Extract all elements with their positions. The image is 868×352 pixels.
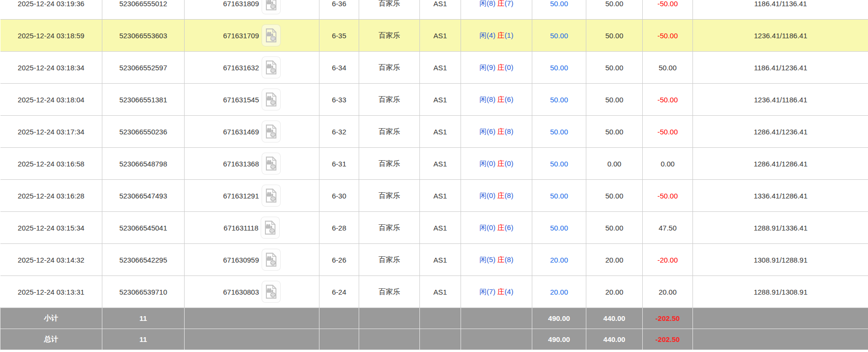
table-row[interactable]: 2025-12-24 03:18:04 523066551381 6716315… (0, 84, 868, 116)
win-loss: -50.00 (658, 32, 678, 40)
banker-score: (1) (505, 31, 513, 39)
bet-history-panel: 2025-12-24 03:19:36 523066555012 6716318… (0, 0, 868, 352)
win-loss: -50.00 (658, 0, 678, 8)
player-result: 闲(5) (480, 255, 495, 264)
video-replay-button[interactable] (262, 88, 281, 110)
video-replay-icon (265, 253, 277, 267)
round-id-group: 671631545 (223, 88, 280, 110)
total-count: 11 (140, 335, 147, 343)
bet-amount-link[interactable]: 50.00 (550, 0, 568, 8)
table-code: AS1 (433, 32, 447, 40)
table-code: AS1 (433, 160, 447, 168)
round-id: 671630803 (223, 288, 259, 296)
player-result: 闲(0) (480, 191, 495, 199)
subtotal-label: 小计 (44, 314, 58, 322)
bet-amount-link[interactable]: 50.00 (550, 160, 568, 168)
banker-label: 庄 (497, 255, 505, 264)
valid-amount: 50.00 (605, 128, 624, 136)
banker-score: (4) (505, 287, 513, 296)
empty-cell (319, 329, 359, 350)
bet-amount-link[interactable]: 50.00 (550, 64, 568, 72)
video-replay-button[interactable] (262, 249, 281, 271)
banker-label: 庄 (497, 31, 505, 39)
round-id-group: 671631709 (223, 24, 280, 46)
bet-time: 2025-12-24 03:18:04 (18, 96, 84, 104)
round-id-group: 671631368 (223, 153, 280, 175)
video-replay-button[interactable] (262, 56, 281, 78)
round-id: 671631809 (223, 0, 259, 8)
table-row[interactable]: 2025-12-24 03:19:36 523066555012 6716318… (0, 0, 868, 20)
table-row[interactable]: 2025-12-24 03:18:34 523066552597 6716316… (0, 52, 868, 84)
video-replay-button[interactable] (262, 281, 281, 303)
bet-amount-link[interactable]: 50.00 (550, 192, 568, 200)
bet-time: 2025-12-24 03:17:34 (18, 128, 84, 136)
table-row[interactable]: 2025-12-24 03:18:59 523066553603 6716317… (0, 20, 868, 52)
game-round: 6-31 (332, 160, 346, 168)
table-row[interactable]: 2025-12-24 03:16:28 523066547493 6716312… (0, 180, 868, 212)
table-code: AS1 (433, 128, 447, 136)
round-id-group: 671630959 (223, 249, 280, 271)
banker-score: (6) (505, 223, 513, 231)
bet-id: 523066550236 (119, 128, 167, 136)
game-type: 百家乐 (379, 255, 400, 264)
banker-label: 庄 (497, 191, 505, 199)
player-result: 闲(0) (480, 159, 495, 167)
game-type: 百家乐 (379, 31, 400, 39)
banker-label: 庄 (497, 223, 505, 231)
empty-cell (185, 308, 319, 329)
bet-time: 2025-12-24 03:18:34 (18, 64, 84, 72)
round-id-group: 671631469 (223, 121, 280, 143)
game-round: 6-33 (332, 96, 346, 104)
game-round: 6-36 (332, 0, 346, 8)
valid-amount: 50.00 (605, 192, 624, 200)
bet-id: 523066542295 (119, 256, 167, 264)
empty-cell (185, 329, 319, 350)
video-replay-icon (265, 188, 277, 203)
video-replay-icon (265, 156, 277, 171)
video-replay-button[interactable] (261, 217, 280, 239)
bet-amount-link[interactable]: 20.00 (550, 288, 568, 296)
win-loss: 0.00 (660, 160, 674, 168)
round-id: 671630959 (223, 256, 259, 264)
empty-cell (359, 308, 420, 329)
game-round: 6-30 (332, 192, 346, 200)
video-replay-button[interactable] (262, 185, 281, 207)
game-round: 6-32 (332, 128, 346, 136)
total-label: 总计 (44, 335, 58, 343)
bet-amount-link[interactable]: 50.00 (550, 224, 568, 232)
balance: 1308.91/1288.91 (754, 256, 808, 264)
valid-amount: 20.00 (605, 288, 624, 296)
video-replay-button[interactable] (262, 121, 281, 143)
table-code: AS1 (433, 288, 447, 296)
video-replay-button[interactable] (262, 0, 281, 14)
win-loss: -50.00 (658, 192, 678, 200)
bet-amount-link[interactable]: 50.00 (550, 128, 568, 136)
bet-amount-link[interactable]: 50.00 (550, 96, 568, 104)
bet-time: 2025-12-24 03:16:58 (18, 160, 84, 168)
player-result: 闲(0) (480, 223, 495, 231)
bet-amount-link[interactable]: 50.00 (550, 32, 568, 40)
round-id: 671631291 (223, 192, 259, 200)
video-replay-button[interactable] (262, 24, 281, 46)
banker-score: (8) (505, 127, 513, 135)
table-row[interactable]: 2025-12-24 03:17:34 523066550236 6716314… (0, 116, 868, 148)
table-row[interactable]: 2025-12-24 03:15:34 523066545041 6716311… (0, 212, 868, 244)
game-type: 百家乐 (379, 95, 400, 103)
table-row[interactable]: 2025-12-24 03:16:58 523066548798 6716313… (0, 148, 868, 180)
video-replay-button[interactable] (262, 153, 281, 175)
table-row[interactable]: 2025-12-24 03:13:31 523066539710 6716308… (0, 276, 868, 308)
table-row[interactable]: 2025-12-24 03:14:32 523066542295 6716309… (0, 244, 868, 276)
round-id: 671631709 (223, 32, 259, 40)
game-round: 6-26 (332, 256, 346, 264)
bet-id: 523066552597 (119, 64, 167, 72)
table-code: AS1 (433, 0, 447, 8)
win-loss: 47.50 (659, 224, 677, 232)
bet-amount-link[interactable]: 20.00 (550, 256, 568, 264)
bet-id: 523066555012 (119, 0, 167, 8)
balance: 1286.41/1236.41 (754, 128, 808, 136)
bet-time: 2025-12-24 03:16:28 (18, 192, 84, 200)
round-id-group: 671631291 (223, 185, 280, 207)
banker-score: (7) (505, 0, 513, 7)
win-loss: -50.00 (658, 96, 678, 104)
video-replay-icon (265, 124, 277, 139)
